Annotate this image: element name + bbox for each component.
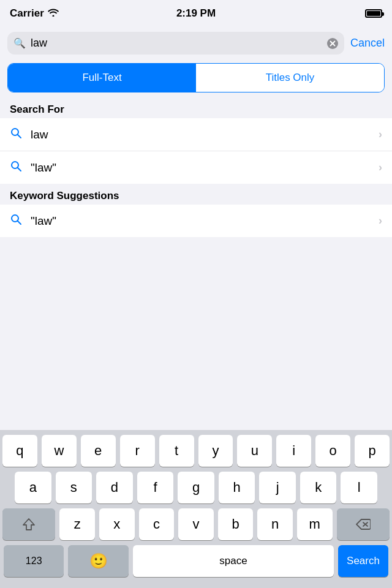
key-f[interactable]: f: [137, 472, 174, 503]
search-icon-row3: [10, 213, 22, 228]
shift-key[interactable]: [2, 508, 55, 540]
search-for-header: Search For: [0, 97, 392, 118]
search-bar: 🔍 Cancel: [0, 27, 392, 59]
key-e[interactable]: e: [81, 435, 116, 467]
chevron-icon-1: ›: [379, 128, 382, 141]
key-h[interactable]: h: [219, 472, 255, 503]
keyboard-bottom-row: 123 🙂 space Search: [0, 545, 392, 583]
key-g[interactable]: g: [178, 472, 214, 503]
key-a[interactable]: a: [15, 472, 51, 503]
key-j[interactable]: j: [259, 472, 296, 503]
search-for-list: law › "law" ›: [0, 118, 392, 184]
search-icon-row2: [10, 160, 22, 175]
search-button[interactable]: Search: [338, 545, 388, 577]
key-b[interactable]: b: [218, 508, 254, 540]
battery-icon: [365, 9, 382, 18]
status-time: 2:19 PM: [176, 7, 216, 20]
keyboard: q w e r t y u i o p a s d f g h j k l z …: [0, 430, 392, 588]
svg-line-6: [18, 168, 21, 172]
emoji-key[interactable]: 🙂: [68, 545, 128, 577]
list-item[interactable]: "law" ›: [0, 205, 392, 237]
clear-button[interactable]: [327, 38, 338, 49]
key-q[interactable]: q: [2, 435, 37, 467]
key-n[interactable]: n: [257, 508, 293, 540]
status-bar: Carrier 2:19 PM: [0, 0, 392, 27]
keyboard-row-1: q w e r t y u i o p: [0, 435, 392, 467]
carrier-info: Carrier: [10, 7, 59, 20]
chevron-icon-2: ›: [379, 161, 382, 174]
key-p[interactable]: p: [355, 435, 390, 467]
wifi-icon: [48, 7, 59, 20]
delete-key[interactable]: [337, 508, 390, 540]
key-k[interactable]: k: [300, 472, 337, 503]
key-u[interactable]: u: [237, 435, 272, 467]
status-right: [365, 9, 382, 18]
number-key[interactable]: 123: [4, 545, 64, 577]
fulltext-tab[interactable]: Full-Text: [8, 64, 196, 92]
list-item[interactable]: "law" ›: [0, 151, 392, 184]
key-r[interactable]: r: [120, 435, 155, 467]
list-item[interactable]: law ›: [0, 118, 392, 151]
search-icon: 🔍: [13, 37, 26, 49]
key-y[interactable]: y: [198, 435, 233, 467]
key-l[interactable]: l: [341, 472, 377, 503]
search-item-2-text: "law": [31, 161, 379, 175]
key-t[interactable]: t: [159, 435, 194, 467]
key-o[interactable]: o: [315, 435, 350, 467]
svg-line-8: [18, 221, 21, 225]
keyword-item-1-text: "law": [31, 214, 379, 228]
keyboard-row-3: z x c v b n m: [0, 508, 392, 540]
search-icon-row1: [10, 127, 22, 142]
key-v[interactable]: v: [178, 508, 214, 540]
svg-line-4: [18, 135, 21, 138]
svg-marker-9: [23, 519, 34, 530]
key-m[interactable]: m: [297, 508, 333, 540]
key-i[interactable]: i: [276, 435, 311, 467]
search-input-wrapper: 🔍: [7, 32, 344, 55]
key-x[interactable]: x: [99, 508, 135, 540]
key-z[interactable]: z: [59, 508, 95, 540]
keyboard-row-2: a s d f g h j k l: [0, 472, 392, 503]
search-item-1-text: law: [31, 128, 379, 141]
key-s[interactable]: s: [56, 472, 92, 503]
space-key[interactable]: space: [133, 545, 334, 577]
key-c[interactable]: c: [139, 508, 175, 540]
keyword-suggestions-header: Keyword Suggestions: [0, 184, 392, 205]
keyword-suggestions-list: "law" ›: [0, 205, 392, 237]
key-d[interactable]: d: [96, 472, 133, 503]
chevron-icon-3: ›: [379, 214, 382, 227]
key-w[interactable]: w: [42, 435, 77, 467]
search-input[interactable]: [31, 37, 322, 50]
carrier-label: Carrier: [10, 7, 44, 20]
segmented-control: Full-Text Titles Only: [7, 63, 385, 92]
titlesonly-tab[interactable]: Titles Only: [196, 64, 384, 92]
cancel-button[interactable]: Cancel: [350, 37, 385, 50]
